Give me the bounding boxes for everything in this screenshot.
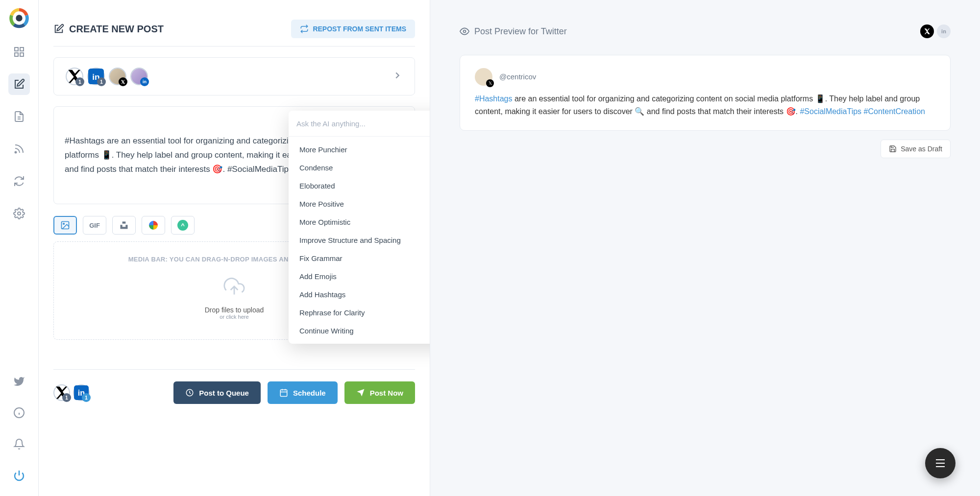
compose-icon	[53, 24, 64, 34]
nav-dashboard-icon[interactable]	[8, 41, 30, 63]
linkedin-badge-icon: in	[140, 77, 149, 86]
ai-item[interactable]: Rephrase for Clarity	[289, 304, 430, 322]
account-avatar[interactable]: 𝕏	[109, 68, 126, 85]
x-badge-icon: 𝕏	[486, 79, 494, 87]
page-title: CREATE NEW POST	[53, 24, 164, 35]
ai-item[interactable]: Eloborated	[289, 177, 430, 195]
preview-body: #Hashtags are an essential tool for orga…	[475, 93, 935, 118]
account-badge: 1	[82, 393, 91, 402]
preview-toggle-linkedin[interactable]: in	[937, 24, 951, 38]
preview-avatar: 𝕏	[475, 68, 492, 86]
preview-hashtag: #Hashtags	[475, 94, 513, 103]
media-gif-button[interactable]: GIF	[83, 216, 106, 235]
account-avatar[interactable]: in 1	[87, 68, 105, 85]
fab-menu-button[interactable]	[925, 448, 956, 478]
ai-item[interactable]: Improve Structure and Spacing	[289, 231, 430, 249]
x-badge-icon: 𝕏	[119, 77, 127, 86]
preview-title: Post Preview for Twitter	[460, 26, 567, 37]
ai-item[interactable]: Continue Writing	[289, 322, 430, 340]
ai-item[interactable]: More Punchier	[289, 141, 430, 159]
ai-item[interactable]: Add Emojis	[289, 267, 430, 285]
ai-prompt-input[interactable]	[296, 119, 430, 128]
nav-feeds-icon[interactable]	[8, 138, 30, 160]
svg-rect-4	[20, 53, 24, 56]
svg-point-13	[63, 223, 65, 225]
preview-panel: Post Preview for Twitter in 𝕏 @centricov	[430, 0, 980, 496]
google-photos-icon	[149, 221, 158, 230]
ai-item[interactable]: Fix Grammar	[289, 249, 430, 267]
image-icon	[60, 220, 70, 230]
svg-point-18	[464, 30, 466, 33]
nav-settings-icon[interactable]	[8, 203, 30, 224]
svg-rect-17	[280, 390, 287, 397]
save-icon	[889, 145, 897, 153]
up-chevron-icon: ^	[177, 220, 188, 231]
accounts-selector[interactable]: 1 in 1 𝕏 in	[53, 57, 415, 95]
app-logo	[8, 7, 30, 30]
side-power-icon[interactable]	[8, 465, 30, 486]
nav-posts-icon[interactable]	[8, 106, 30, 127]
action-bar: 1 in 1 Post to Queue Schedule	[53, 369, 415, 416]
side-info-icon[interactable]	[8, 402, 30, 424]
repost-button[interactable]: REPOST FROM SENT ITEMS	[291, 20, 415, 38]
side-notifications-icon[interactable]	[8, 433, 30, 455]
post-now-button[interactable]: Post Now	[344, 381, 415, 404]
send-icon	[356, 388, 365, 397]
account-avatar[interactable]: in	[130, 68, 148, 85]
preview-hashtag: #ContentCreation	[864, 107, 925, 116]
svg-rect-3	[15, 53, 18, 56]
queue-icon	[185, 388, 194, 397]
nav-recycle-icon[interactable]	[8, 170, 30, 192]
ai-popover: ↵ More Punchier Condense Eloborated More…	[289, 111, 430, 344]
svg-rect-2	[20, 47, 24, 51]
eye-icon	[460, 26, 469, 36]
svg-point-0	[16, 15, 22, 21]
account-avatar[interactable]: 1	[66, 68, 83, 85]
preview-card: 𝕏 @centricov #Hashtags are an essential …	[460, 55, 951, 131]
ai-suggestions-list: More Punchier Condense Eloborated More P…	[289, 137, 430, 344]
action-account-avatar[interactable]: in 1	[73, 384, 90, 401]
preview-toggle-twitter[interactable]	[920, 24, 934, 38]
post-to-queue-button[interactable]: Post to Queue	[173, 381, 261, 404]
account-badge: 1	[75, 77, 84, 86]
action-account-avatar[interactable]: 1	[53, 384, 70, 401]
x-icon	[924, 28, 931, 35]
repost-icon	[300, 24, 309, 33]
ai-item[interactable]: Add Hashtags	[289, 285, 430, 304]
media-unsplash-button[interactable]	[112, 216, 136, 235]
save-draft-button[interactable]: Save as Draft	[881, 140, 951, 158]
account-badge: 1	[97, 77, 106, 86]
preview-handle: @centricov	[499, 71, 536, 83]
nav-compose-icon[interactable]	[8, 73, 30, 95]
ai-item[interactable]: More Optimistic	[289, 213, 430, 231]
chevron-right-icon[interactable]	[392, 70, 403, 83]
menu-icon	[936, 459, 945, 467]
ai-item[interactable]: More Positive	[289, 195, 430, 213]
unsplash-icon	[119, 220, 129, 230]
calendar-icon	[279, 388, 288, 397]
ai-item[interactable]: Condense	[289, 159, 430, 177]
preview-hashtag: #SocialMediaTips	[800, 107, 861, 116]
schedule-button[interactable]: Schedule	[268, 381, 338, 404]
svg-rect-1	[15, 47, 18, 51]
media-library-button[interactable]: ^	[171, 216, 195, 235]
media-gphotos-button[interactable]	[142, 216, 165, 235]
account-badge: 1	[62, 393, 71, 402]
side-twitter-icon[interactable]	[8, 371, 30, 392]
svg-point-6	[18, 212, 21, 215]
svg-point-5	[15, 152, 17, 153]
sidebar	[0, 0, 38, 496]
cloud-upload-icon	[220, 276, 249, 297]
media-image-button[interactable]	[53, 216, 77, 235]
compose-panel: CREATE NEW POST REPOST FROM SENT ITEMS 1…	[38, 0, 430, 496]
